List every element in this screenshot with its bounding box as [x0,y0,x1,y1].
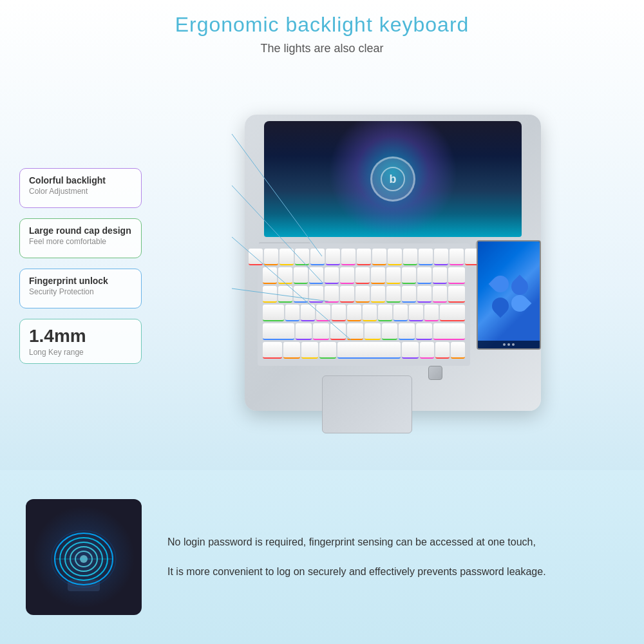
key [263,267,277,284]
key [450,249,464,265]
key [417,286,431,303]
key [386,267,401,284]
key [433,267,447,284]
key-win [301,342,318,359]
laptop-wrapper: b [225,95,560,430]
key-shift-left [263,323,294,340]
key [416,323,432,340]
key [340,286,354,303]
key-shift-right [433,323,465,340]
flower-petal [489,294,513,318]
feature-big-number: 1.4mm [29,326,132,346]
key [294,286,308,303]
key [316,305,330,321]
key [363,305,377,321]
windows-flower-icon [489,276,528,314]
screen-logo: b [370,156,415,202]
key [371,267,385,284]
feature-fingerprint-unlock: Fingerprint unlock Security Protection [19,269,142,308]
fingerprint-icon [42,515,126,599]
bottom-section: No login password is required, fingerpri… [0,470,644,644]
key [326,249,340,265]
laptop-body: b [245,115,541,411]
key-arrow [435,342,450,359]
flower-petal [489,272,513,296]
key [347,323,363,340]
key-fn [283,342,300,359]
key [295,249,309,265]
laptop-area: b [142,55,644,470]
keyboard-row-6 [263,342,465,359]
key [399,323,415,340]
title-area: Ergonomic backlight keyboard The lights … [175,0,469,55]
key-delete [448,286,465,303]
feature-large-round-cap: Large round cap design Feel more comfort… [19,218,142,258]
key [424,305,439,321]
key-capslock [263,305,284,321]
key [278,286,292,303]
subtitle: The lights are also clear [175,42,469,55]
keyboard-row-3 [263,286,465,303]
key [386,286,401,303]
key [409,305,423,321]
feature-subtitle-1: Color Adjustment [29,187,132,196]
key [433,286,447,303]
key [313,323,329,340]
key [372,249,386,265]
feature-subtitle-4: Long Key range [29,348,132,357]
key [355,286,370,303]
key [278,267,292,284]
secondary-display-taskbar [478,341,540,348]
fingerprint-image [26,499,142,615]
key-space [337,342,401,359]
key-alt-right [402,342,419,359]
taskbar-dot [507,343,510,346]
key [285,305,299,321]
keyboard-row-2 [263,267,465,284]
flower-petal [508,292,532,316]
key [388,249,402,265]
keyboard-area [258,243,470,366]
key [301,305,315,321]
keyboard-row-4 [263,305,465,321]
key [347,305,361,321]
touchpad [322,375,412,433]
key [357,249,371,265]
secondary-display [477,240,541,350]
key [355,267,370,284]
taskbar-dot [512,343,515,346]
key [309,267,323,284]
fingerprint-text-primary: No login password is required, fingerpri… [167,534,618,551]
content-area: Colorful backlight Color Adjustment Larg… [0,55,644,470]
feature-title-1: Colorful backlight [29,175,132,185]
key [402,267,416,284]
keyboard-row-5 [263,323,465,340]
top-section: Ergonomic backlight keyboard The lights … [0,0,644,470]
key-backspace [448,267,465,284]
key-arrow [420,342,434,359]
secondary-display-content [478,242,540,348]
feature-title-2: Large round cap design [29,225,132,236]
key-alt-left [319,342,336,359]
key [341,249,355,265]
features-panel: Colorful backlight Color Adjustment Larg… [0,162,142,364]
taskbar-dot [503,343,506,346]
fingerprint-sensor-button [428,366,442,380]
feature-title-3: Fingerprint unlock [29,276,132,286]
key-tab [263,286,277,303]
laptop-screen: b [264,121,522,237]
fingerprint-text-secondary: It is more convenient to log on securely… [167,564,618,580]
key [417,267,431,284]
key [279,249,294,265]
key [332,305,346,321]
key [393,305,408,321]
key [294,267,308,284]
key [330,323,346,340]
key-ctrl [263,342,282,359]
key [264,249,278,265]
key [296,323,312,340]
key-enter [440,305,465,321]
feature-colorful-backlight: Colorful backlight Color Adjustment [19,168,142,208]
key-arrow [451,342,465,359]
fingerprint-description: No login password is required, fingerpri… [167,534,618,580]
